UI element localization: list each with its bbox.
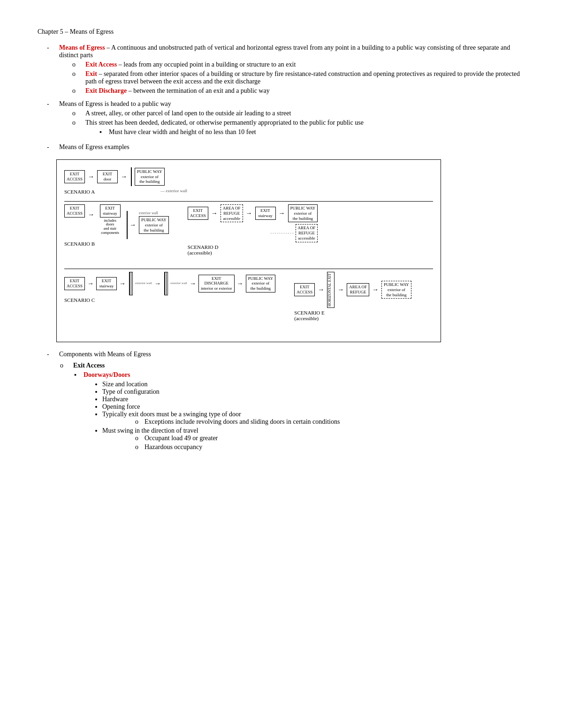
arrow-e-3: → — [372, 286, 379, 293]
scenario-b-exit-stairway: EXITstairway — [100, 204, 121, 218]
scenario-b-wall-arrow: → — [126, 211, 137, 239]
wall-c-1 — [129, 272, 133, 295]
deeded-text-block: This street has been deeded, dedicated, … — [85, 119, 364, 138]
swinging-exception-text: Exceptions include revolving doors and s… — [145, 418, 340, 426]
term-exit-discharge: Exit Discharge — [85, 87, 127, 94]
exit-access-section: o Exit Access ▪ Doorways/Doors Size and … — [60, 362, 525, 451]
deeded-text: This street has been deeded, dedicated, … — [85, 119, 364, 126]
doorways-item-config: Type of configuration — [102, 388, 525, 396]
scenario-b-block: EXITACCESS → EXITstairway includesdoorsa… — [64, 204, 169, 255]
divider-2 — [64, 269, 433, 269]
exterior-wall-label-a: — exterior wall — [160, 188, 187, 193]
arrow-d-2: → — [246, 210, 252, 217]
arrow-c-1: → — [87, 280, 94, 287]
square-bullet-2: ▪ — [74, 371, 82, 379]
swinging-exception-item: o Exceptions include revolving doors and… — [135, 418, 525, 426]
scenario-b-label: SCENARIO B — [64, 241, 169, 247]
arrow-d-1: → — [211, 210, 218, 217]
main-content: - Means of Egress – A continuous and uno… — [47, 44, 525, 451]
sub-marker-o-4: o — [72, 110, 84, 117]
arrow-b-1: → — [88, 211, 94, 218]
doorways-item-hardware: Hardware — [102, 396, 525, 403]
dash-marker-3: - — [47, 143, 56, 151]
scenario-d-bottom-row: - - - - - - - - - - - AREA OFREFUGEacces… — [188, 224, 318, 242]
exit-access-text: Exit Access – leads from any occupied po… — [85, 61, 296, 68]
scenario-c-row: EXITACCESS → EXITstairway → exterior wal… — [64, 272, 275, 295]
scenario-e-exit-access: EXITACCESS — [294, 283, 315, 296]
components-section: - Components with Means of Egress o Exit… — [47, 351, 525, 451]
doorways-header: ▪ Doorways/Doors — [74, 371, 525, 379]
o-marker-occ: o — [135, 435, 145, 442]
scenario-a-block: EXITACCESS → EXITdoor → PUBLIC WAYexteri… — [64, 167, 433, 195]
arrow-c-3: → — [154, 280, 161, 287]
clear-width-list: ▪ Must have clear width and height of no… — [99, 128, 364, 136]
scenario-c-block: EXITACCESS → EXITstairway → exterior wal… — [64, 272, 275, 321]
exterior-wall-label-c1: exterior wall — [135, 282, 152, 285]
exit-item: o Exit – separated from other interior s… — [72, 70, 525, 85]
scenario-d-block: EXITACCESS → AREA OFREFUGEaccessible → E… — [188, 204, 318, 255]
wall-v-line — [131, 167, 132, 186]
scenario-e-label: SCENARIO E(accessible) — [294, 310, 411, 321]
doorways-item-swinging: Typically exit doors must be a swinging … — [102, 411, 525, 426]
scenario-c-exit-discharge: EXITDISCHARGEinterior or exterior — [198, 275, 234, 293]
scenario-b-right-col: exterior wall PUBLIC WAYexterior ofthe b… — [139, 211, 169, 234]
swinging-exceptions-list: o Exceptions include revolving doors and… — [135, 418, 525, 426]
exit-text: Exit – separated from other interior spa… — [85, 70, 525, 85]
scenario-e-horizontal-exit: HORIZONTAL EXIT — [327, 272, 335, 308]
scenario-b-exit-stair-col: EXITstairway includesdoorsand staircompo… — [97, 204, 123, 235]
bullet-public-way: - Means of Egress is headed to a public … — [47, 100, 525, 140]
scenario-b-exit-access: EXITACCESS — [64, 204, 85, 218]
exit-access-header: o Exit Access — [60, 362, 525, 369]
scenario-d-public-way: PUBLIC WAYexterior ofthe building — [288, 204, 318, 222]
scenario-e-block: EXITACCESS → HORIZONTAL EXIT → AREA OFRE… — [294, 272, 411, 321]
doorways-section: ▪ Doorways/Doors Size and location Type … — [74, 371, 525, 451]
bullet-2-text: Means of Egress is headed to a public wa… — [59, 100, 525, 140]
exit-access-label: Exit Access — [73, 362, 105, 369]
exterior-wall-label-c2: exterior wall — [170, 282, 187, 285]
components-title: Components with Means of Egress — [59, 351, 151, 358]
arrow-c-4: → — [190, 280, 196, 287]
scenario-d-row: EXITACCESS → AREA OFREFUGEaccessible → E… — [188, 204, 318, 222]
scenario-d-label: SCENARIO D(accessible) — [188, 244, 318, 255]
term-means-of-egress: Means of Egress — [59, 44, 105, 51]
bullet-1-text: Means of Egress – A continuous and unobs… — [59, 44, 525, 97]
arrow-d-3: → — [279, 210, 285, 217]
scenario-a-label: SCENARIO A — [64, 189, 95, 195]
wall-c-2 — [164, 272, 168, 295]
divider-1 — [64, 201, 433, 202]
term-exit-access: Exit Access — [85, 61, 117, 68]
arrow-c-2: → — [119, 280, 126, 287]
dashed-line-label: - - - - - - - - - - - — [270, 231, 293, 235]
public-way-list: o A street, alley, or other parcel of la… — [72, 110, 525, 138]
occupant-load-text: Occupant load 49 or greater — [145, 435, 218, 442]
components-bullet: - Components with Means of Egress — [47, 351, 525, 358]
o-marker-haz: o — [135, 443, 145, 451]
scenario-e-area-refuge: AREA OFREFUGE — [347, 283, 369, 296]
scenario-c-exit-access: EXITACCESS — [64, 277, 85, 290]
bullet-means-of-egress: - Means of Egress – A continuous and uno… — [47, 44, 525, 97]
bullet-examples: - Means of Egress examples — [47, 143, 525, 151]
swing-item-occupant: o Occupant load 49 or greater — [135, 435, 525, 442]
scenario-b-includes: includesdoorsand staircomponents — [97, 219, 123, 235]
dash-marker-1: - — [47, 44, 56, 97]
diagrams-section: EXITACCESS → EXITdoor → PUBLIC WAYexteri… — [56, 159, 441, 342]
exterior-wall-label-b: exterior wall — [139, 211, 158, 215]
scenario-b-public-way: PUBLIC WAYexterior ofthe building — [139, 216, 169, 234]
swing-item-hazardous: o Hazardous occupancy — [135, 443, 525, 451]
scenario-c-label: SCENARIO C — [64, 297, 275, 303]
dash-marker-2: - — [47, 100, 56, 140]
exit-discharge-item: o Exit Discharge – between the terminati… — [72, 87, 525, 95]
arrow-e-1: → — [318, 286, 324, 293]
square-bullet: ▪ — [99, 128, 107, 136]
scenario-a-public-way: PUBLIC WAYexterior ofthe building — [135, 168, 165, 186]
exit-access-item: o Exit Access – leads from any occupied … — [72, 61, 525, 68]
scenario-a-label-row: SCENARIO A — exterior wall — [64, 187, 433, 195]
scenarios-bd-row: EXITACCESS → EXITstairway includesdoorsa… — [64, 204, 433, 262]
chapter-title: Chapter 5 – Means of Egress — [38, 28, 525, 36]
street-alley-text: A street, alley, or other parcel of land… — [85, 110, 291, 117]
examples-label: Means of Egress examples — [59, 143, 129, 151]
means-of-egress-def: – A continuous and unobstructed path of … — [59, 44, 510, 59]
doorways-item-size: Size and location — [102, 381, 525, 388]
deeded-item: o This street has been deeded, dedicated… — [72, 119, 525, 138]
scenario-d-area-refuge-1: AREA OFREFUGEaccessible — [221, 204, 243, 222]
